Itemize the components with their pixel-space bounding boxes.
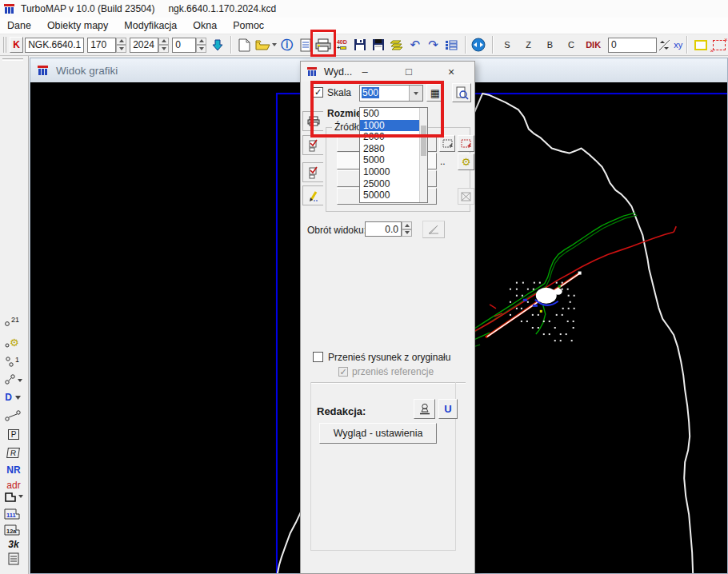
pick-area-button[interactable] <box>439 135 455 152</box>
settings-gear-button[interactable]: ⚙ <box>458 153 474 170</box>
rotation-spinner[interactable]: 0.0 <box>365 221 412 237</box>
scale-combobox[interactable]: 500 <box>359 85 423 102</box>
frame-tool-button[interactable] <box>691 35 710 54</box>
spin-up-icon[interactable] <box>158 38 169 46</box>
gear-points-tool[interactable]: ⚙ <box>1 333 26 350</box>
spin-up-icon[interactable] <box>402 221 412 229</box>
appearance-settings-button[interactable]: Wygląd - ustawienia <box>319 423 437 444</box>
open-file-name: ngk.6640.1.170.2024.kcd <box>168 3 276 14</box>
segment-tool[interactable] <box>1 407 26 425</box>
menu-modyfikacja[interactable]: Modyfikacja <box>124 20 177 31</box>
save-button[interactable] <box>351 35 370 54</box>
stamp-button[interactable] <box>414 399 435 419</box>
reference-field[interactable]: NGK.6640.1 <box>25 38 84 53</box>
tab-options-2[interactable] <box>302 162 323 182</box>
spin-down-icon[interactable] <box>158 45 169 53</box>
transfer-drawing-checkbox[interactable] <box>313 352 323 362</box>
scale-option-2880[interactable]: 2880 <box>360 143 427 155</box>
remote-support-icon <box>471 38 486 52</box>
spin-down-icon[interactable] <box>402 229 412 237</box>
number-spinner[interactable]: 170 <box>87 38 126 53</box>
svg-text:111: 111 <box>6 512 16 519</box>
spin-up-icon[interactable] <box>196 38 206 46</box>
shape-111-tool[interactable]: 111 <box>1 505 26 523</box>
scale-option-50000[interactable]: 50000 <box>360 189 427 201</box>
menu-bar: DaneObiekty mapyModyfikacjaOknaPomoc <box>0 18 728 34</box>
dropdown-scrollbar[interactable] <box>419 108 427 202</box>
remote-support-button[interactable] <box>470 35 488 54</box>
k-button[interactable]: K <box>10 37 23 53</box>
scale-option-5000[interactable]: 5000 <box>360 154 427 166</box>
point-height-21-tool[interactable]: 21 <box>1 313 26 330</box>
scale-option-2000[interactable]: 2000 <box>360 131 427 143</box>
menu-dane[interactable]: Dane <box>7 20 31 31</box>
tab-print[interactable] <box>302 111 323 131</box>
toolbar-grip[interactable] <box>3 37 6 53</box>
open-menu-arrow-icon[interactable] <box>272 43 277 46</box>
s-mode-button[interactable]: S <box>497 40 518 50</box>
svg-text:12a: 12a <box>6 528 17 535</box>
polygon-menu-tool[interactable] <box>1 488 26 506</box>
u-button[interactable]: U <box>438 399 458 419</box>
expand-down-button[interactable] <box>208 35 226 54</box>
points-menu-tool[interactable] <box>1 371 26 389</box>
menu-pomoc[interactable]: Pomoc <box>233 20 264 31</box>
pick-area-icon <box>442 139 453 149</box>
spin-down-icon[interactable] <box>116 45 126 53</box>
redo-button[interactable]: ↷ <box>424 35 442 54</box>
new-file-button[interactable] <box>235 35 254 54</box>
open-file-button[interactable] <box>254 35 278 54</box>
scale-checkbox[interactable]: ✓ <box>313 87 323 98</box>
info-icon: ⓘ <box>281 38 293 53</box>
maximize-button[interactable]: □ <box>396 62 422 82</box>
rotation-angle-button[interactable] <box>422 221 445 238</box>
close-button[interactable]: × <box>438 62 464 82</box>
redaction-label: Redakcja: <box>317 405 366 417</box>
z-mode-button[interactable]: Z <box>518 40 539 50</box>
undo-button[interactable]: ↶ <box>406 35 424 54</box>
parcel-p-tool[interactable]: P <box>1 425 26 443</box>
parcel-r-tool[interactable]: R <box>1 444 26 461</box>
coordinate-field[interactable]: 0 <box>608 38 657 53</box>
scale-dropdown-list[interactable]: 5001000200028805000100002500050000 <box>359 107 428 203</box>
scale-40d-button[interactable]: 40D+ <box>333 35 351 54</box>
layout-heading: Rozmie <box>327 108 362 119</box>
scale-option-25000[interactable]: 25000 <box>360 178 427 190</box>
pick-area-red-button[interactable] <box>458 135 474 152</box>
selection-frame-button[interactable]: ×× <box>710 35 728 54</box>
save-icon <box>354 38 366 51</box>
d-points-menu-tool[interactable]: D <box>1 389 26 406</box>
menu-okna[interactable]: Okna <box>193 20 217 31</box>
spin-down-icon[interactable] <box>196 45 206 53</box>
doc-lines-tool[interactable] <box>1 550 26 568</box>
zero-spinner[interactable]: 0 <box>172 38 206 53</box>
spin-up-icon[interactable] <box>116 38 126 46</box>
redo-icon: ↷ <box>428 38 438 52</box>
calculator-button[interactable]: ▦ <box>426 84 444 102</box>
c-mode-button[interactable]: C <box>561 40 582 50</box>
elevation-spinner-button[interactable] <box>657 35 672 54</box>
combo-dropdown-icon[interactable] <box>409 86 422 101</box>
road-end-dot <box>578 272 582 275</box>
save-as-button[interactable] <box>370 35 388 54</box>
tab-edit[interactable] <box>302 185 323 205</box>
scale-option-500[interactable]: 500 <box>360 108 427 120</box>
tab-options-1[interactable] <box>302 135 323 155</box>
sidebar-grip[interactable] <box>2 58 23 61</box>
menu-obiekty-mapy[interactable]: Obiekty mapy <box>47 20 108 31</box>
minimize-button[interactable]: – <box>352 62 378 82</box>
scale-option-10000[interactable]: 10000 <box>360 166 427 178</box>
clear-frame-button[interactable] <box>458 188 474 205</box>
print-button[interactable] <box>314 35 333 54</box>
b-mode-button[interactable]: B <box>539 40 561 50</box>
document-info-button[interactable] <box>296 35 314 54</box>
dik-button[interactable]: DIK <box>582 35 605 54</box>
blue-mark-2 <box>533 305 538 307</box>
info-button[interactable]: ⓘ <box>278 35 296 54</box>
year-spinner[interactable]: 2024 <box>130 38 169 53</box>
layers-button[interactable] <box>387 35 406 54</box>
scale-option-1000[interactable]: 1000 <box>360 120 427 132</box>
print-preview-button[interactable] <box>452 83 471 102</box>
list-view-button[interactable] <box>442 35 461 54</box>
point-group-1-tool[interactable]: 1 <box>1 353 26 370</box>
